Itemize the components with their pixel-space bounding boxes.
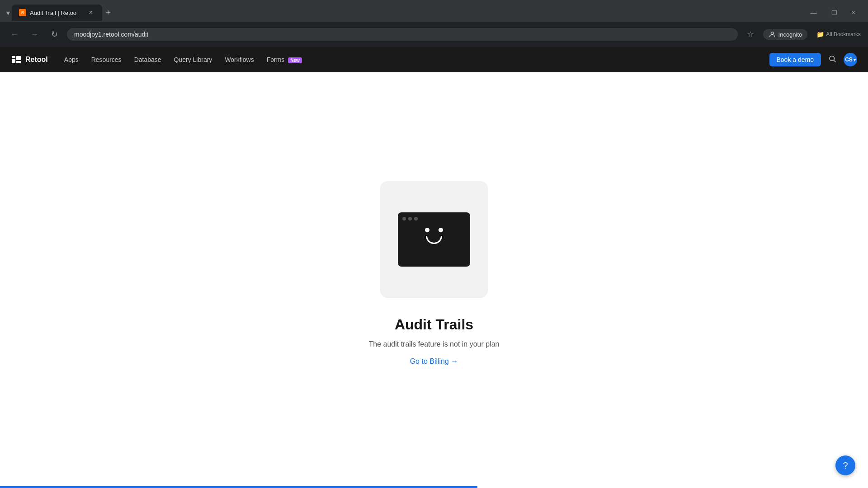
bookmark-button[interactable]: ☆	[743, 27, 758, 42]
forms-new-badge: New	[288, 57, 302, 63]
book-demo-button[interactable]: Book a demo	[769, 53, 821, 66]
tab-dropdown[interactable]: ▾	[5, 7, 12, 19]
main-content: Audit Trails The audit trails feature is…	[0, 72, 868, 474]
search-icon[interactable]	[826, 53, 838, 67]
svg-rect-4	[16, 61, 21, 63]
left-eye	[425, 228, 429, 232]
back-button[interactable]: ←	[7, 27, 22, 42]
nav-item-database[interactable]: Database	[129, 53, 167, 66]
svg-point-0	[771, 32, 773, 34]
close-window-button[interactable]: ×	[846, 7, 861, 18]
retool-logo[interactable]: Retool	[11, 54, 48, 65]
svg-rect-2	[12, 59, 15, 63]
incognito-indicator: Incognito	[763, 29, 808, 40]
help-button[interactable]: ?	[835, 455, 855, 475]
forward-button[interactable]: →	[27, 27, 42, 42]
all-bookmarks-label: All Bookmarks	[826, 31, 861, 38]
nav-item-query-library[interactable]: Query Library	[169, 53, 218, 66]
nav-item-forms[interactable]: Forms New	[261, 53, 307, 66]
sad-mouth	[426, 236, 442, 244]
progress-fill	[0, 486, 477, 488]
tab-close-button[interactable]: ×	[87, 9, 95, 17]
address-bar[interactable]	[67, 28, 738, 41]
active-tab[interactable]: R Audit Trail | Retool ×	[12, 5, 102, 21]
main-navbar: Retool Apps Resources Database Query Lib…	[0, 47, 868, 72]
svg-rect-3	[16, 56, 21, 60]
svg-point-5	[830, 56, 835, 61]
right-eye	[439, 228, 443, 232]
error-screen	[398, 212, 470, 267]
minimize-button[interactable]: —	[805, 7, 822, 18]
svg-line-6	[834, 60, 835, 62]
reload-button[interactable]: ↻	[47, 27, 61, 42]
nav-item-resources[interactable]: Resources	[86, 53, 127, 66]
nav-menu: Apps Resources Database Query Library Wo…	[59, 53, 766, 66]
nav-item-apps[interactable]: Apps	[59, 53, 84, 66]
sad-face	[402, 228, 466, 244]
page-title: Audit Trails	[395, 316, 473, 333]
retool-logo-text: Retool	[25, 56, 48, 64]
dot-3	[414, 217, 418, 221]
error-illustration-card	[380, 181, 488, 298]
svg-rect-1	[12, 56, 15, 58]
user-avatar[interactable]: CS ▾	[844, 53, 857, 66]
new-tab-button[interactable]: +	[102, 6, 114, 19]
navbar-right: Book a demo CS ▾	[769, 53, 858, 67]
tab-favicon: R	[19, 9, 26, 16]
go-to-billing-link[interactable]: Go to Billing →	[410, 357, 458, 366]
page-subtitle: The audit trails feature is not in your …	[368, 340, 499, 348]
incognito-label: Incognito	[778, 31, 802, 38]
dot-1	[402, 217, 406, 221]
eyes	[425, 228, 443, 232]
dot-2	[408, 217, 412, 221]
maximize-button[interactable]: ❐	[826, 7, 843, 18]
nav-item-workflows[interactable]: Workflows	[219, 53, 259, 66]
screen-dots	[402, 217, 466, 221]
tab-title: Audit Trail | Retool	[30, 9, 83, 16]
bottom-progress-bar	[0, 486, 868, 488]
